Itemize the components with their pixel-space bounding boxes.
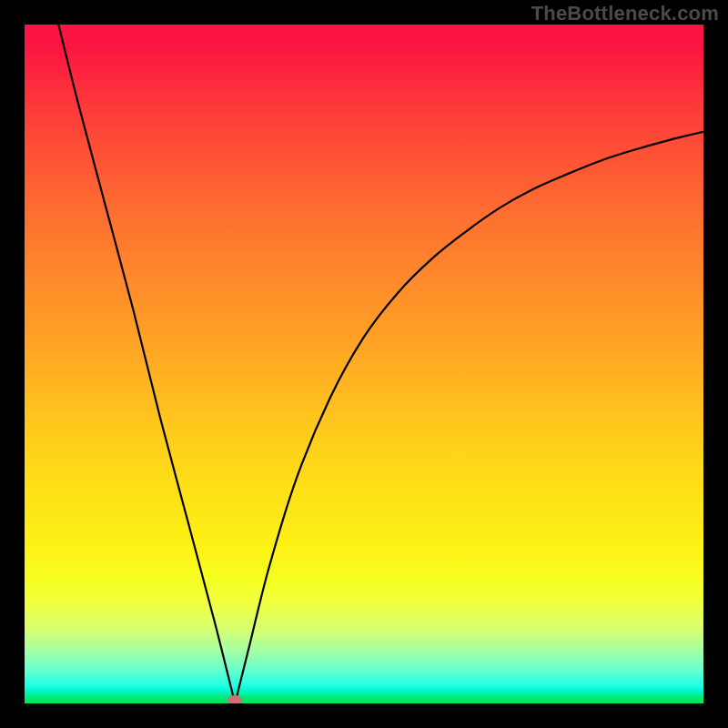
watermark-text: TheBottleneck.com — [531, 2, 719, 25]
plot-area — [25, 25, 703, 703]
bottleneck-curve — [25, 25, 703, 703]
optimal-point-marker — [228, 695, 242, 703]
chart-frame: TheBottleneck.com — [0, 0, 728, 728]
